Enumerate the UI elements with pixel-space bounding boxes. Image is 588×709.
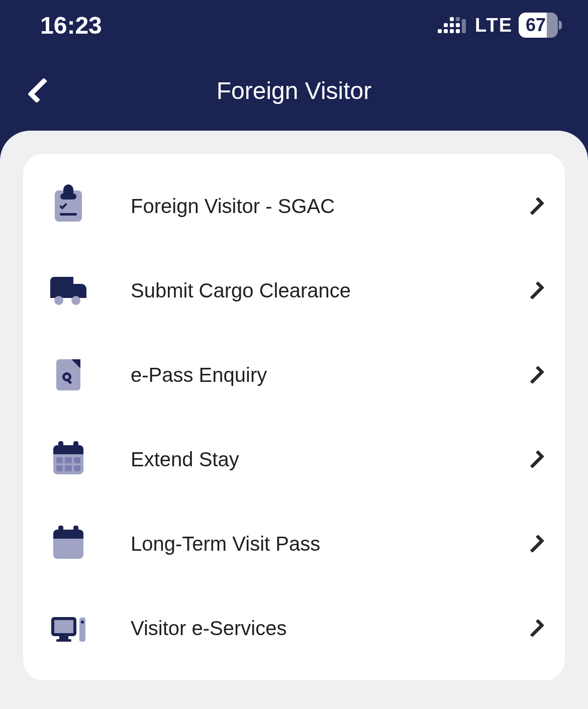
menu-item-label: Submit Cargo Clearance: [131, 279, 531, 302]
calendar-grid-icon: [48, 439, 88, 479]
menu-item-cargo-clearance[interactable]: Submit Cargo Clearance: [48, 248, 540, 333]
clipboard-icon: [48, 186, 88, 226]
truck-icon: [48, 270, 88, 311]
menu-item-long-term-visit-pass[interactable]: Long-Term Visit Pass: [48, 501, 540, 586]
chevron-left-icon: [28, 78, 53, 104]
computer-icon: [48, 608, 88, 648]
document-search-icon: [48, 355, 88, 395]
app-header: Foreign Visitor: [0, 50, 588, 131]
menu-item-label: Visitor e-Services: [131, 617, 531, 640]
menu-item-visitor-eservices[interactable]: Visitor e-Services: [48, 586, 540, 670]
menu-item-label: e-Pass Enquiry: [131, 364, 531, 386]
battery-indicator: 67: [519, 13, 558, 38]
menu-item-extend-stay[interactable]: Extend Stay: [48, 417, 540, 501]
menu-item-epass-enquiry[interactable]: e-Pass Enquiry: [48, 333, 540, 417]
content-area: Foreign Visitor - SGAC Submit Cargo Clea…: [0, 131, 588, 709]
menu-item-label: Extend Stay: [131, 448, 531, 471]
calendar-icon: [48, 524, 88, 564]
status-time: 16:23: [40, 12, 102, 39]
page-title: Foreign Visitor: [217, 77, 372, 105]
status-indicators: LTE 67: [438, 13, 558, 38]
signal-icon: [438, 17, 466, 33]
menu-item-foreign-visitor-sgac[interactable]: Foreign Visitor - SGAC: [48, 164, 540, 248]
back-button[interactable]: [25, 75, 55, 106]
menu-card: Foreign Visitor - SGAC Submit Cargo Clea…: [23, 154, 565, 680]
menu-item-label: Foreign Visitor - SGAC: [131, 195, 531, 218]
menu-item-label: Long-Term Visit Pass: [131, 533, 531, 555]
status-bar: 16:23 LTE 67: [0, 0, 588, 50]
battery-percent: 67: [526, 15, 546, 35]
network-type: LTE: [475, 15, 513, 36]
